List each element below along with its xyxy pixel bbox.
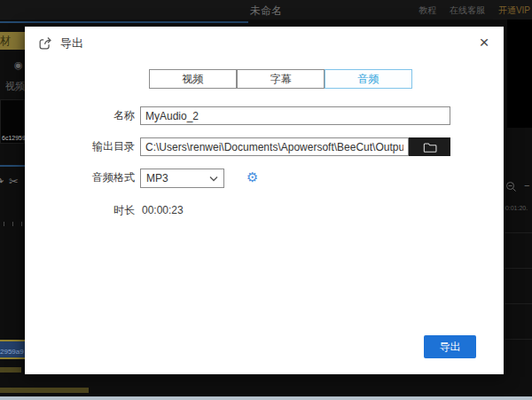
audio-format-label: 音频格式 (37, 169, 135, 187)
media-thumbnail[interactable]: 6c12959 (0, 99, 25, 144)
timeline-track-fragment (0, 367, 21, 373)
name-input[interactable] (140, 106, 450, 125)
chevron-down-icon (209, 176, 218, 182)
zoom-slider[interactable]: − (524, 180, 529, 191)
gear-icon[interactable]: ⚙ (246, 168, 258, 187)
timeline-scrollbar[interactable] (0, 396, 532, 400)
tab-video[interactable]: 视频 (149, 69, 237, 89)
tab-subtitle[interactable]: 字幕 (237, 69, 325, 89)
duration-value: 00:00:23 (142, 201, 184, 220)
track-separator (504, 339, 532, 340)
timeline-top-divider (0, 165, 27, 167)
timeline-audio-clip[interactable]: 2959a9 (0, 340, 25, 359)
name-label: 名称 (37, 106, 135, 125)
beecut-app: 未命名 教程 在线客服 开通VIP 素材 ◉ 视频 ( 6c12959 ↷✂ 2… (0, 0, 532, 400)
track-separator (504, 268, 532, 269)
output-dir-input[interactable] (140, 137, 409, 156)
export-button[interactable]: 导出 (424, 335, 476, 358)
vip-link[interactable]: 开通VIP (498, 5, 530, 15)
titlebar: 未命名 教程 在线客服 开通VIP (0, 0, 532, 20)
timeline-toolbar: ↷✂ (0, 175, 25, 188)
record-icon: ◉ (14, 59, 23, 71)
ruler-tick (12, 222, 13, 226)
output-dir-label: 输出目录 (37, 137, 135, 156)
undo-icon[interactable]: ↷ (0, 175, 4, 188)
media-group-label: 视频 ( (5, 80, 25, 93)
browse-folder-button[interactable] (409, 137, 450, 156)
tutorial-link[interactable]: 教程 (419, 5, 436, 15)
dialog-title: 导出 (60, 35, 83, 51)
tab-audio[interactable]: 音频 (325, 69, 412, 89)
timeline-zoom-controls: − (505, 180, 529, 192)
support-link[interactable]: 在线客服 (450, 5, 485, 15)
preview-area (507, 20, 532, 128)
export-dialog: 导出 × 视频 字幕 音频 名称 输出目录 音频格式 MP3 ⚙ 时长 00:0… (25, 27, 504, 374)
scissors-icon[interactable]: ✂ (9, 175, 19, 188)
timeline-timestamp: 00:01:20. (505, 205, 532, 211)
media-thumbnail-label: 6c12959 (2, 135, 25, 141)
timeline-track-fragment (0, 388, 89, 393)
titlebar-links: 教程 在线客服 开通VIP (408, 4, 530, 17)
ruler-tick (4, 222, 4, 226)
folder-icon (423, 141, 437, 153)
export-tabs: 视频 字幕 音频 (149, 69, 412, 89)
panel-top-divider (0, 21, 248, 23)
ruler-tick (21, 222, 22, 226)
audio-format-value: MP3 (146, 169, 168, 187)
sidebar-tab-media[interactable]: 素材 (0, 32, 25, 50)
duration-label: 时长 (37, 201, 135, 220)
close-icon[interactable]: × (473, 32, 495, 53)
export-icon (37, 35, 53, 51)
zoom-out-icon[interactable] (505, 181, 517, 192)
dialog-header: 导出 (37, 35, 83, 51)
track-separator (504, 232, 532, 233)
track-separator (504, 303, 532, 304)
audio-format-select[interactable]: MP3 (140, 169, 224, 188)
